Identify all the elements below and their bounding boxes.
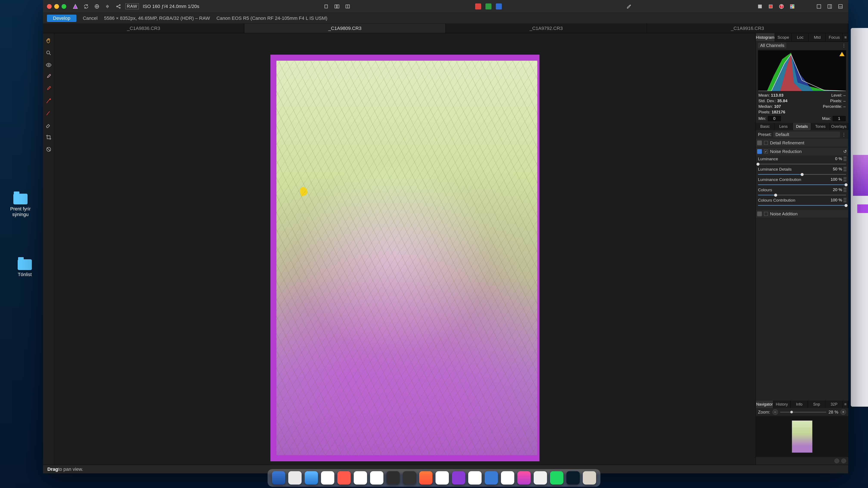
dock-app-icon[interactable] xyxy=(435,471,449,485)
options-icon[interactable]: ⋮ xyxy=(842,43,846,48)
overlay-paint-tool-icon[interactable] xyxy=(45,109,53,117)
tab-overlays[interactable]: Overlays xyxy=(830,123,848,130)
tab-info[interactable]: Info xyxy=(791,401,808,408)
close-window[interactable] xyxy=(47,4,52,9)
histogram[interactable] xyxy=(758,51,846,91)
layout-1-icon[interactable] xyxy=(815,3,823,10)
assistant-icon[interactable] xyxy=(756,3,764,10)
layout-3-icon[interactable] xyxy=(837,3,844,10)
tab-history[interactable]: History xyxy=(773,401,791,408)
detail-checkbox[interactable] xyxy=(764,141,768,145)
channel-dropdown[interactable]: All Channels xyxy=(758,42,786,48)
view-tool-icon[interactable] xyxy=(45,61,53,69)
noise-checkbox[interactable]: ✓ xyxy=(764,150,768,154)
slider-stepper[interactable] xyxy=(843,177,846,182)
split-view-icon[interactable] xyxy=(344,3,351,10)
wb-picker-icon[interactable] xyxy=(93,3,101,10)
clip-highlights-toggle[interactable] xyxy=(496,3,502,9)
zoom-slider[interactable] xyxy=(780,412,827,413)
waveform-icon[interactable] xyxy=(104,3,112,10)
dock-app-icon[interactable] xyxy=(485,471,498,485)
canvas[interactable] xyxy=(54,33,755,465)
sync-icon[interactable] xyxy=(82,3,90,10)
slider-colours-contribution[interactable]: Colours Contribution100 % xyxy=(756,197,848,207)
dock-affinity-icon[interactable] xyxy=(517,471,531,485)
dock-spotify-icon[interactable] xyxy=(550,471,563,485)
nav-gear-icon[interactable] xyxy=(841,458,846,463)
slider-value[interactable]: 20 % xyxy=(828,187,842,192)
minimize-window[interactable] xyxy=(54,4,59,9)
document-tab[interactable]: _C1A9792.CR3 xyxy=(445,24,647,33)
tab-focus[interactable]: Focus xyxy=(826,33,843,41)
palette-icon[interactable] xyxy=(788,3,796,10)
wb-tool-icon[interactable] xyxy=(45,73,53,81)
slider-stepper[interactable] xyxy=(843,156,846,161)
dock-trash-icon[interactable] xyxy=(583,471,596,485)
slider-colours[interactable]: Colours20 % xyxy=(756,186,848,197)
layout-2-icon[interactable] xyxy=(826,3,834,10)
min-input[interactable]: 0 xyxy=(768,116,781,121)
dock-app-icon[interactable] xyxy=(288,471,302,485)
tab-tones[interactable]: Tones xyxy=(811,123,830,130)
mirror-view-icon[interactable] xyxy=(333,3,341,10)
document-tab[interactable]: _C1A9916.CR3 xyxy=(647,24,848,33)
dock-appstore-icon[interactable] xyxy=(403,471,416,485)
zoom-in-button[interactable]: + xyxy=(840,409,846,415)
preset-stepper-icon[interactable]: ⋮ xyxy=(842,132,846,137)
slider-value[interactable]: 100 % xyxy=(828,177,842,182)
tab-more-icon[interactable]: ≡ xyxy=(843,33,848,41)
dock-app-icon[interactable] xyxy=(468,471,482,485)
dock-tv-icon[interactable] xyxy=(386,471,400,485)
slider-stepper[interactable] xyxy=(843,166,846,172)
cancel-button[interactable]: Cancel xyxy=(83,15,97,21)
overlay-erase-tool-icon[interactable] xyxy=(45,121,53,129)
document-tab[interactable]: _C1A9809.CR3 xyxy=(244,24,445,33)
navigator-preview[interactable] xyxy=(756,416,848,457)
tab-loc[interactable]: Loc xyxy=(792,33,809,41)
fullscreen-window[interactable] xyxy=(62,4,66,9)
brush-icon[interactable] xyxy=(625,3,633,10)
max-input[interactable]: 1 xyxy=(833,116,846,121)
image-preview[interactable] xyxy=(270,55,539,461)
slider-luminance-details[interactable]: Luminance Details50 % xyxy=(756,166,848,176)
tab-basic[interactable]: Basic xyxy=(756,123,774,130)
reset-icon[interactable]: ↺ xyxy=(843,149,847,154)
blemish-tool-icon[interactable] xyxy=(45,97,53,105)
noiseadd-checkbox[interactable] xyxy=(764,212,768,216)
tab-navigator[interactable]: Navigator xyxy=(756,401,773,408)
dock-app-icon[interactable] xyxy=(534,471,547,485)
clip-midtones-toggle[interactable] xyxy=(486,3,492,9)
slider-stepper[interactable] xyxy=(843,197,846,203)
slider-value[interactable]: 0 % xyxy=(828,156,842,161)
develop-button[interactable]: Develop xyxy=(47,14,76,22)
tab-histogram[interactable]: Histogram xyxy=(756,33,775,41)
crop-tool-icon[interactable] xyxy=(45,133,53,141)
hand-tool-icon[interactable] xyxy=(45,37,53,45)
nav-settings-icon[interactable] xyxy=(834,458,839,463)
zoom-tool-icon[interactable] xyxy=(45,49,53,57)
clip-shadows-toggle[interactable] xyxy=(475,3,481,9)
crop-tool-icon[interactable] xyxy=(767,3,775,10)
single-view-icon[interactable] xyxy=(322,3,330,10)
help-icon[interactable] xyxy=(778,3,785,10)
tab-mtd[interactable]: Mtd xyxy=(809,33,826,41)
detail-refinement-header[interactable]: Detail Refinement xyxy=(756,139,848,147)
preset-dropdown[interactable]: Default xyxy=(773,132,840,137)
noise-reduction-header[interactable]: ✓ Noise Reduction ↺ xyxy=(756,148,848,155)
tab-snp[interactable]: Snp xyxy=(808,401,826,408)
dock-safari-icon[interactable] xyxy=(305,471,318,485)
dock-app-icon[interactable] xyxy=(354,471,367,485)
share-icon[interactable] xyxy=(115,3,122,10)
slider-luminance[interactable]: Luminance0 % xyxy=(756,155,848,166)
tab-lens[interactable]: Lens xyxy=(774,123,793,130)
tab-details[interactable]: Details xyxy=(793,123,811,130)
slider-value[interactable]: 50 % xyxy=(828,167,842,171)
dock-music-icon[interactable] xyxy=(337,471,351,485)
tab-scope[interactable]: Scope xyxy=(775,33,792,41)
slider-value[interactable]: 100 % xyxy=(828,198,842,202)
tab-32p[interactable]: 32P xyxy=(826,401,843,408)
zoom-out-button[interactable]: − xyxy=(772,409,778,415)
dock-app-icon[interactable] xyxy=(452,471,465,485)
overlay-gradient-tool-icon[interactable] xyxy=(45,145,53,153)
noise-addition-header[interactable]: Noise Addition xyxy=(756,210,848,218)
